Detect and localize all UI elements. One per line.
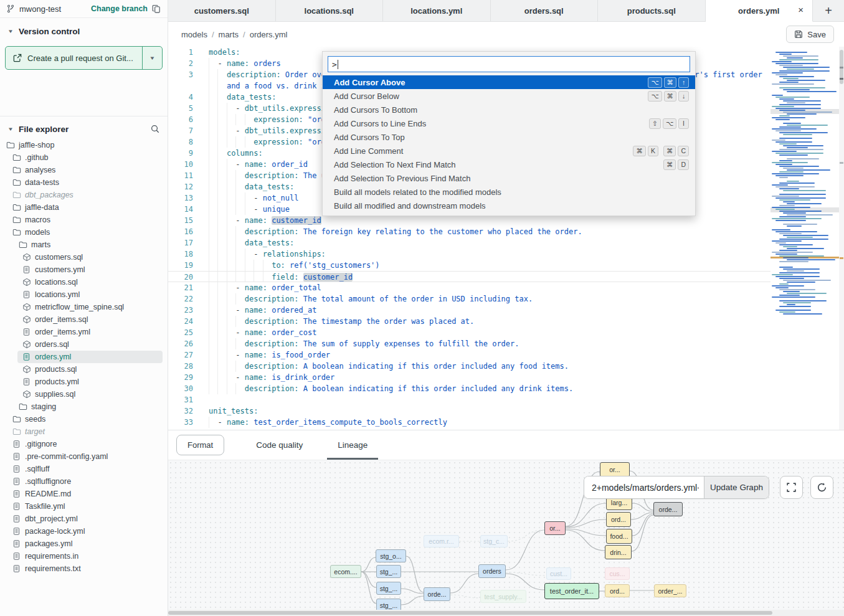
file-tree-item-dbt-packages[interactable]: dbt_packages xyxy=(0,189,168,201)
file-tree-item-macros[interactable]: macros xyxy=(0,214,168,226)
file-tree-item-order-items-yml[interactable]: order_items.yml xyxy=(0,326,168,338)
file-tree-item-products-yml[interactable]: products.yml xyxy=(0,376,168,388)
file-tree-item--pre-commit-config-yaml[interactable]: .pre-commit-config.yaml xyxy=(0,450,168,463)
code-line-18[interactable]: 18 - relationships: xyxy=(168,249,844,260)
lineage-node-ord-[interactable]: ord... xyxy=(606,512,631,527)
file-tree-item-models[interactable]: models xyxy=(0,226,168,239)
code-line-25[interactable]: 25 - name: order_cost xyxy=(168,327,844,338)
file-tree-item-marts[interactable]: marts xyxy=(0,239,168,251)
lineage-node-stg_-[interactable]: stg_... xyxy=(376,565,401,578)
palette-item-add-cursors-to-top[interactable]: Add Cursors To Top xyxy=(323,130,695,144)
lineage-node-food-[interactable]: food... xyxy=(606,529,632,544)
version-control-header[interactable]: ▼ Version control xyxy=(0,18,168,41)
search-icon[interactable] xyxy=(150,124,160,134)
lineage-node-orders[interactable]: orders xyxy=(478,564,506,578)
file-tree-item--github[interactable]: .github xyxy=(0,151,168,164)
editor-scrollbar[interactable] xyxy=(839,47,844,430)
file-tree-item-dbt-project-yml[interactable]: dbt_project.yml xyxy=(0,513,168,525)
file-tree-item-locations-sql[interactable]: locations.sql xyxy=(0,276,168,288)
lineage-node-orde-[interactable]: orde... xyxy=(653,502,683,516)
file-tree-item-products-sql[interactable]: products.sql xyxy=(0,363,168,376)
code-line-19[interactable]: 19 to: ref('stg_customers') xyxy=(168,260,844,271)
code-line-20[interactable]: 20 field: customer_id xyxy=(168,271,844,282)
palette-item-add-cursors-to-line-ends[interactable]: Add Cursors to Line Ends⇧⌥I xyxy=(323,116,695,130)
tab-locations-sql[interactable]: locations.sql xyxy=(276,0,384,21)
file-tree-item-supplies-sql[interactable]: supplies.sql xyxy=(0,388,168,400)
code-line-22[interactable]: 22 description: The total amount of the … xyxy=(168,293,844,305)
palette-item-build-all-models-related-to-the-modified-models[interactable]: Build all models related to the modified… xyxy=(323,185,695,199)
file-tree-item--gitignore[interactable]: .gitignore xyxy=(0,438,168,450)
lineage-node-stg_c-[interactable]: stg_c... xyxy=(480,535,508,547)
code-line-15[interactable]: 15 - name: customer_id xyxy=(168,215,844,226)
breadcrumb-part[interactable]: orders.yml xyxy=(250,30,288,39)
file-explorer-header[interactable]: ▼ File explorer xyxy=(0,116,168,138)
change-branch-link[interactable]: Change branch xyxy=(91,4,148,13)
file-tree-item-order-items-sql[interactable]: order_items.sql xyxy=(0,313,168,326)
tab-locations-yml[interactable]: locations.yml xyxy=(383,0,491,21)
palette-item-add-line-comment[interactable]: Add Line Comment⌘K⌘C xyxy=(323,144,695,158)
refresh-button[interactable] xyxy=(810,476,833,499)
horizontal-scrollbar[interactable] xyxy=(168,610,844,616)
file-tree-item-orders-sql[interactable]: orders.sql xyxy=(0,338,168,351)
file-tree-item-seeds[interactable]: seeds xyxy=(0,413,168,425)
file-tree-item-data-tests[interactable]: data-tests xyxy=(0,176,168,189)
file-tree-item-orders-yml[interactable]: orders.yml xyxy=(0,351,168,363)
lineage-node-stg_-[interactable]: stg_... xyxy=(376,599,401,610)
pr-dropdown-button[interactable]: ▼ xyxy=(142,47,162,69)
lineage-node-stg_o-[interactable]: stg_o... xyxy=(376,549,406,562)
bottom-tab-code-quality[interactable]: Code quality xyxy=(253,430,306,460)
file-tree-item-jaffle-data[interactable]: jaffle-data xyxy=(0,201,168,214)
file-tree-item-metricflow-time-spine-sql[interactable]: metricflow_time_spine.sql xyxy=(0,301,168,313)
lineage-node-test_order_it-[interactable]: test_order_it... xyxy=(544,583,599,599)
file-tree-item-requirements-txt[interactable]: requirements.txt xyxy=(0,562,168,575)
file-tree-item-locations-yml[interactable]: locations.yml xyxy=(0,288,168,301)
file-tree-item-jaffle-shop[interactable]: jaffle-shop xyxy=(0,139,168,151)
create-pr-button[interactable]: Create a pull request on Git... ▼ xyxy=(5,46,163,70)
lineage-node-cus-[interactable]: cus... xyxy=(605,567,630,580)
code-line-32[interactable]: 32unit_tests: xyxy=(168,405,844,417)
code-line-24[interactable]: 24 description: The timestamp the order … xyxy=(168,316,844,327)
file-tree-item--sqlfluffignore[interactable]: .sqlfluffignore xyxy=(0,475,168,488)
file-tree-item-analyses[interactable]: analyses xyxy=(0,164,168,176)
lineage-selector-input[interactable] xyxy=(584,476,704,498)
breadcrumb-part[interactable]: models xyxy=(181,30,207,39)
file-tree-item-package-lock-yml[interactable]: package-lock.yml xyxy=(0,525,168,538)
format-button[interactable]: Format xyxy=(176,435,224,455)
file-tree-item-packages-yml[interactable]: packages.yml xyxy=(0,538,168,550)
breadcrumb-part[interactable]: marts xyxy=(219,30,239,39)
lineage-graph[interactable]: ecom....stg_o...stg_...stg_...stg_...ord… xyxy=(168,460,844,610)
lineage-node-stg_-[interactable]: stg_... xyxy=(376,582,401,595)
file-tree-item--sqlfluff[interactable]: .sqlfluff xyxy=(0,463,168,475)
file-tree-item-taskfile-yml[interactable]: Taskfile.yml xyxy=(0,500,168,513)
code-line-26[interactable]: 26 description: The sum of supply expens… xyxy=(168,338,844,349)
file-tree-item-target[interactable]: target xyxy=(0,425,168,438)
copy-icon[interactable] xyxy=(152,4,161,14)
file-tree-item-staging[interactable]: staging xyxy=(0,400,168,413)
horizontal-scrollbar-thumb[interactable] xyxy=(168,611,772,615)
fullscreen-button[interactable] xyxy=(780,476,803,499)
lineage-node-or-[interactable]: or... xyxy=(544,521,566,535)
new-tab-button[interactable]: + xyxy=(813,0,844,21)
lineage-node-drin-[interactable]: drin... xyxy=(605,545,632,559)
code-line-23[interactable]: 23 - name: ordered_at xyxy=(168,305,844,316)
code-line-27[interactable]: 27 - name: is_food_order xyxy=(168,349,844,361)
code-line-30[interactable]: 30 description: A boolean indicating if … xyxy=(168,383,844,394)
code-line-16[interactable]: 16 description: The foreign key relating… xyxy=(168,226,844,237)
tab-products-sql[interactable]: products.sql xyxy=(598,0,706,21)
tab-orders-sql[interactable]: orders.sql xyxy=(491,0,599,21)
command-palette-input[interactable]: > xyxy=(328,56,690,72)
code-line-17[interactable]: 17 data_tests: xyxy=(168,237,844,249)
file-tree-item-customers-sql[interactable]: customers.sql xyxy=(0,251,168,263)
minimap[interactable] xyxy=(771,50,839,324)
save-button[interactable]: Save xyxy=(786,26,834,43)
lineage-node-or-[interactable]: or... xyxy=(600,462,630,477)
lineage-node-ecom-[interactable]: ecom.... xyxy=(330,565,361,578)
code-line-28[interactable]: 28 description: A boolean indicating if … xyxy=(168,361,844,372)
file-tree-item-customers-yml[interactable]: customers.yml xyxy=(0,263,168,276)
close-icon[interactable]: × xyxy=(798,4,804,15)
code-line-29[interactable]: 29 - name: is_drink_order xyxy=(168,372,844,383)
code-line-21[interactable]: 21 - name: order_total xyxy=(168,282,844,293)
code-line-33[interactable]: 33 - name: test_order_items_compute_to_b… xyxy=(168,417,844,428)
palette-item-add-selection-to-next-find-match[interactable]: Add Selection To Next Find Match⌘D xyxy=(323,158,695,171)
file-tree-item-requirements-in[interactable]: requirements.in xyxy=(0,550,168,562)
